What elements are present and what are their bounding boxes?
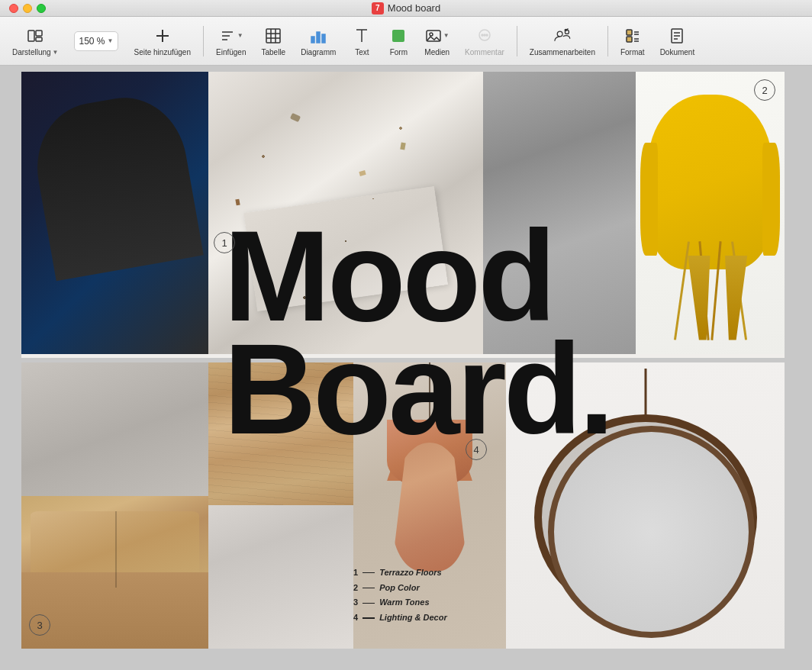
seite-hinzufuegen-button[interactable]: Seite hinzufügen: [127, 22, 197, 60]
form-label: Form: [390, 48, 408, 56]
einfuegen-button[interactable]: ▼ Einfügen: [210, 22, 252, 60]
caption-4: 4 Lighting & Decor: [353, 610, 483, 626]
svg-point-22: [482, 34, 483, 36]
text-icon: [353, 25, 370, 47]
kommentar-label: Kommentar: [465, 48, 504, 56]
photo-mirror: [506, 362, 785, 649]
page-number-3: 3: [29, 614, 50, 636]
photo-yellow-chair: [636, 72, 785, 354]
close-button[interactable]: [9, 4, 18, 13]
svg-rect-29: [627, 30, 632, 35]
title-bar: 7 Mood board: [0, 0, 812, 17]
einfuegen-icon: ▼: [219, 25, 243, 47]
caption-1: 1 Terrazzo Floors: [353, 565, 483, 581]
svg-point-24: [486, 34, 488, 36]
plus-icon: [154, 25, 171, 47]
photo-terrazzo: [208, 72, 483, 354]
svg-rect-18: [392, 30, 404, 42]
page-2: 3 4 1 Terrazzo Floors 2 Pop: [21, 362, 785, 649]
caption-text-1: Terrazzo Floors: [379, 565, 442, 581]
dokument-icon: [669, 25, 685, 47]
svg-rect-2: [36, 37, 42, 41]
text-label: Text: [355, 48, 369, 56]
dokument-label: Dokument: [660, 48, 695, 56]
caption-dash-2: [362, 588, 375, 589]
caption-text-2: Pop Color: [379, 581, 420, 596]
format-label: Format: [620, 48, 645, 56]
format-icon: [624, 25, 641, 47]
caption-text-3: Warm Tones: [379, 595, 429, 610]
diagramm-label: Diagramm: [301, 48, 336, 56]
zoom-control[interactable]: 150 % ▼: [68, 28, 125, 54]
svg-rect-14: [317, 32, 320, 43]
caption-num-3: 3: [353, 595, 358, 610]
zusammenarbeiten-button[interactable]: Zusammenarbeiten: [524, 22, 601, 60]
page-number-1: 1: [214, 232, 235, 253]
zusammenarbeiten-label: Zusammenarbeiten: [530, 48, 595, 56]
darstellung-button[interactable]: Darstellung ▼: [6, 22, 65, 60]
zoom-value: 150 %: [79, 36, 105, 47]
toolbar: Darstellung ▼ 150 % ▼ Seite hinzufügen: [0, 17, 812, 66]
medien-label: Medien: [424, 48, 450, 56]
tabelle-button[interactable]: Tabelle: [255, 22, 292, 60]
caption-2: 2 Pop Color: [353, 581, 483, 596]
darstellung-label: Darstellung ▼: [12, 48, 59, 56]
maximize-button[interactable]: [37, 4, 46, 13]
form-icon: [390, 25, 407, 47]
photo-wood: [208, 362, 353, 505]
minimize-button[interactable]: [23, 4, 32, 13]
caption-text-4: Lighting & Decor: [379, 610, 447, 626]
svg-rect-0: [28, 31, 34, 41]
svg-rect-8: [266, 29, 280, 43]
format-button[interactable]: Format: [614, 22, 651, 60]
kommentar-button[interactable]: Kommentar: [459, 22, 511, 60]
window-controls: [9, 4, 46, 13]
page-1-wrapper: 1 2: [21, 72, 792, 358]
darstellung-icon: [27, 25, 44, 47]
tabelle-icon: [265, 25, 282, 47]
photo-concrete: [483, 72, 636, 354]
caption-dash-4: [362, 617, 375, 619]
caption-dash-3: [362, 603, 375, 604]
canvas-area: 1 2: [0, 66, 812, 670]
medien-button[interactable]: ▼ Medien: [418, 22, 456, 60]
photo-fur: [208, 505, 353, 649]
kommentar-icon: [476, 25, 493, 47]
diagramm-icon: [310, 25, 327, 47]
page-1: 1 2: [21, 72, 785, 358]
svg-point-20: [430, 33, 433, 36]
window-title: Mood board: [388, 2, 440, 14]
dokument-button[interactable]: Dokument: [654, 22, 701, 60]
caption-num-4: 4: [353, 610, 358, 626]
caption-dash-1: [362, 572, 375, 574]
text-button[interactable]: Text: [345, 22, 379, 60]
separator-2: [517, 26, 517, 56]
app-icon: 7: [372, 2, 384, 14]
page-number-2: 2: [754, 79, 775, 101]
caption-num-2: 2: [353, 581, 358, 596]
caption-num-1: 1: [353, 565, 358, 581]
pages-container: 1 2: [21, 72, 792, 653]
svg-point-25: [557, 31, 562, 37]
captions-list: 1 Terrazzo Floors 2 Pop Color 3 Warm Ton…: [353, 565, 483, 626]
page-2-wrapper: 3 4 1 Terrazzo Floors 2 Pop: [21, 362, 792, 649]
medien-icon: ▼: [425, 25, 450, 47]
photo-dark-chair: [21, 72, 208, 354]
page-number-4: 4: [466, 439, 487, 460]
svg-rect-1: [36, 31, 42, 36]
separator-1: [203, 26, 204, 56]
zusammenarbeiten-icon: [554, 25, 571, 47]
svg-rect-15: [322, 34, 325, 43]
svg-rect-13: [311, 37, 314, 43]
form-button[interactable]: Form: [382, 22, 415, 60]
diagramm-button[interactable]: Diagramm: [295, 22, 342, 60]
caption-3: 3 Warm Tones: [353, 595, 483, 610]
zoom-value-box[interactable]: 150 % ▼: [74, 31, 119, 51]
photo-grid-top: [21, 72, 785, 354]
einfuegen-label: Einfügen: [216, 48, 246, 56]
svg-rect-30: [627, 37, 632, 42]
tabelle-label: Tabelle: [261, 48, 285, 56]
svg-point-23: [484, 34, 485, 36]
window-title-area: 7 Mood board: [372, 2, 440, 14]
seite-hinzufuegen-label: Seite hinzufügen: [134, 48, 191, 56]
